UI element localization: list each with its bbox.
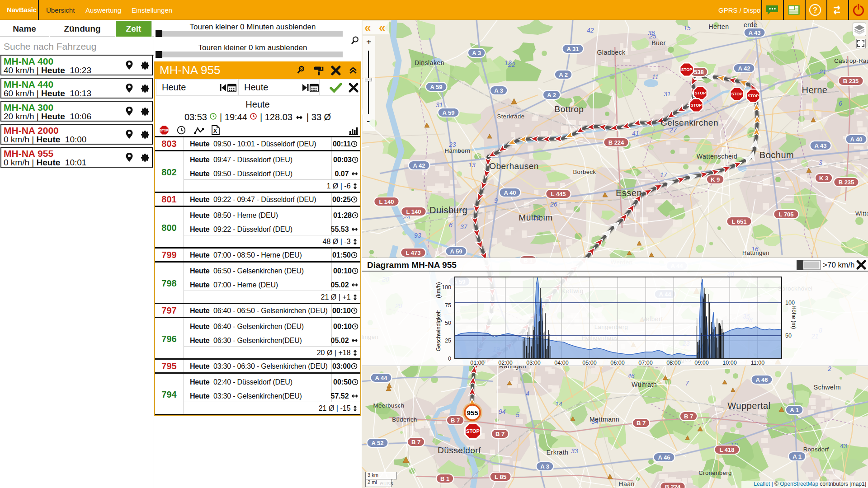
svg-text:B 235: B 235	[839, 179, 854, 186]
svg-text:Castrop-Rauxel: Castrop-Rauxel	[834, 57, 868, 64]
svg-text:A 46: A 46	[658, 454, 670, 461]
svg-text:STOP: STOP	[748, 94, 759, 98]
svg-text:08:00: 08:00	[666, 360, 680, 366]
svg-text:0: 0	[448, 356, 451, 362]
svg-text:46: 46	[627, 372, 635, 380]
svg-text:L 651: L 651	[731, 218, 746, 225]
svg-text:Herten: Herten	[708, 23, 729, 30]
svg-text:4: 4	[526, 390, 529, 397]
svg-text:STOP: STOP	[160, 129, 169, 132]
svg-text:B 7: B 7	[684, 413, 693, 420]
svg-text:Bottrop: Bottrop	[555, 104, 584, 114]
svg-text:6: 6	[839, 100, 842, 107]
svg-text:27: 27	[669, 127, 677, 134]
svg-text:Cronenberg: Cronenberg	[698, 469, 732, 476]
svg-text:31: 31	[436, 101, 443, 108]
svg-text:Meerbusch: Meerbusch	[373, 402, 405, 409]
svg-text:A 1: A 1	[793, 453, 802, 460]
svg-text:A 42: A 42	[413, 162, 425, 169]
svg-text:Essen: Essen	[616, 188, 642, 198]
svg-text:Hamborn: Hamborn	[445, 147, 471, 154]
svg-text:STOP: STOP	[731, 92, 742, 96]
svg-text:03:00: 03:00	[526, 360, 540, 366]
svg-text:94: 94	[499, 408, 506, 415]
svg-text:Gelsenkirchen: Gelsenkirchen	[660, 118, 718, 127]
svg-text:75: 75	[445, 302, 451, 309]
svg-text:Mülheim: Mülheim	[519, 213, 552, 222]
svg-text:Buer: Buer	[651, 39, 666, 47]
svg-text:?: ?	[813, 6, 817, 14]
svg-text:Herne: Herne	[802, 85, 828, 95]
svg-text:25: 25	[445, 338, 451, 344]
svg-text:07:00: 07:00	[638, 360, 652, 366]
svg-text:05:00: 05:00	[582, 360, 596, 366]
svg-text:B 1: B 1	[440, 475, 449, 482]
svg-text:Gladbeck: Gladbeck	[597, 49, 626, 56]
svg-text:93: 93	[414, 232, 421, 239]
svg-text:B 7: B 7	[411, 439, 420, 446]
svg-text:14: 14	[555, 400, 562, 408]
svg-text:11:00: 11:00	[751, 360, 764, 366]
svg-text:B 224: B 224	[665, 483, 681, 488]
svg-text:Wuppertal: Wuppertal	[727, 401, 770, 411]
svg-text:31: 31	[664, 90, 671, 98]
svg-text:STOP: STOP	[691, 103, 702, 108]
svg-text:A 52: A 52	[372, 440, 384, 446]
svg-text:X: X	[213, 128, 217, 134]
svg-text:L 140: L 140	[379, 198, 394, 205]
svg-text:L 473: L 473	[406, 249, 420, 256]
svg-text:A 3: A 3	[494, 87, 503, 94]
svg-text:33: 33	[571, 447, 578, 455]
svg-text:Düsseldorf: Düsseldorf	[438, 446, 481, 455]
svg-text:Büderich: Büderich	[392, 416, 417, 423]
svg-text:Geschwindigkeit: Geschwindigkeit	[435, 310, 442, 352]
svg-text:A 40: A 40	[850, 136, 863, 143]
svg-text:A 59: A 59	[430, 84, 443, 90]
svg-text:A 31: A 31	[567, 46, 579, 52]
svg-text:Bochum: Bochum	[760, 150, 794, 160]
svg-text:21: 21	[819, 68, 826, 75]
svg-text:Duisburg: Duisburg	[429, 205, 467, 215]
svg-text:Borbeck: Borbeck	[573, 169, 596, 175]
svg-text:6: 6	[449, 221, 453, 229]
svg-text:A 3: A 3	[472, 50, 481, 56]
svg-text:10:00: 10:00	[722, 360, 736, 366]
svg-text:B 224: B 224	[609, 139, 624, 146]
svg-text:A 46: A 46	[756, 376, 768, 383]
svg-text:02:00: 02:00	[498, 360, 512, 366]
svg-text:09:00: 09:00	[694, 360, 708, 366]
svg-text:955: 955	[467, 409, 478, 417]
svg-text:Haan: Haan	[618, 480, 634, 488]
svg-text:06:00: 06:00	[610, 360, 624, 366]
svg-text:26: 26	[550, 201, 557, 208]
svg-text:B 235: B 235	[843, 78, 859, 84]
svg-text:Höhe (m): Höhe (m)	[791, 305, 797, 329]
svg-text:Witten: Witten	[855, 210, 868, 217]
svg-text:37: 37	[460, 223, 468, 230]
svg-text:A 1: A 1	[790, 407, 799, 413]
svg-text:36: 36	[648, 29, 655, 37]
svg-text:A 2: A 2	[559, 71, 568, 78]
svg-text:Dinslaken: Dinslaken	[415, 59, 444, 66]
svg-text:(km/h): (km/h)	[435, 282, 442, 298]
svg-text:100: 100	[785, 300, 795, 306]
svg-text:17: 17	[660, 171, 668, 178]
svg-text:B 7: B 7	[637, 420, 646, 427]
svg-text:538: 538	[694, 69, 704, 75]
svg-text:L 85: L 85	[495, 474, 506, 480]
svg-text:50: 50	[785, 333, 792, 339]
svg-text:erde: erde	[744, 21, 757, 28]
svg-text:Ronsdorf: Ronsdorf	[803, 446, 829, 453]
svg-text:Oberhausen: Oberhausen	[489, 161, 539, 171]
svg-text:STOP: STOP	[466, 428, 480, 434]
svg-text:04:00: 04:00	[554, 360, 568, 366]
svg-text:A 43: A 43	[815, 142, 827, 149]
svg-text:15: 15	[684, 24, 691, 32]
svg-text:A 42: A 42	[738, 65, 750, 72]
svg-text:L 705: L 705	[778, 211, 793, 218]
svg-text:7: 7	[685, 380, 689, 387]
svg-text:2: 2	[827, 365, 831, 372]
svg-text:L 445: L 445	[551, 191, 566, 197]
svg-text:100: 100	[442, 284, 451, 291]
svg-text:A 2: A 2	[547, 92, 556, 99]
